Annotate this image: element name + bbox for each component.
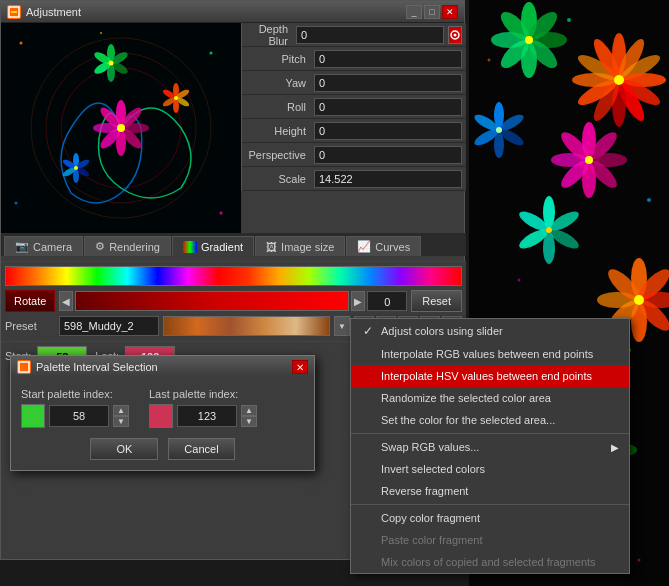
- roll-label: Roll: [246, 101, 314, 113]
- svg-point-143: [21, 364, 27, 370]
- menu-label-mix: Mix colors of copied and selected fragme…: [381, 556, 596, 568]
- menu-item-reverse[interactable]: Reverse fragment: [351, 480, 629, 502]
- slider-track[interactable]: [75, 291, 349, 311]
- start-color-box[interactable]: [21, 404, 45, 428]
- gradient-bar[interactable]: [5, 266, 462, 286]
- palette-title-bar: Palette Interval Selection ✕: [11, 356, 314, 378]
- slider-container: ◀ ▶ 0: [59, 291, 407, 311]
- svg-point-81: [518, 279, 521, 282]
- start-spinner-down[interactable]: ▼: [113, 416, 129, 427]
- palette-body: Start palette index: ▲ ▼ Last palette in…: [11, 378, 314, 470]
- menu-item-copy[interactable]: Copy color fragment: [351, 507, 629, 529]
- slider-left-arrow[interactable]: ◀: [59, 291, 73, 311]
- rotate-button[interactable]: Rotate: [5, 290, 55, 312]
- menu-item-randomize[interactable]: Randomize the selected color area: [351, 387, 629, 409]
- preset-dropdown[interactable]: ▼: [334, 316, 350, 336]
- tab-rendering-label: Rendering: [109, 241, 160, 253]
- yaw-label: Yaw: [246, 77, 314, 89]
- start-palette-row: ▲ ▼: [21, 404, 129, 428]
- tab-camera[interactable]: 📷 Camera: [4, 236, 83, 256]
- svg-point-9: [525, 36, 533, 44]
- tab-rendering[interactable]: ⚙ Rendering: [84, 236, 171, 256]
- tab-image-size[interactable]: 🖼 Image size: [255, 236, 345, 256]
- menu-check-adjust: ✓: [361, 324, 375, 338]
- last-palette-row: ▲ ▼: [149, 404, 257, 428]
- scale-input[interactable]: [314, 170, 462, 188]
- gradient-icon: [183, 240, 197, 253]
- title-buttons: _ □ ✕: [406, 5, 458, 19]
- svg-point-54: [634, 295, 644, 305]
- palette-buttons: OK Cancel: [21, 438, 304, 460]
- minimize-button[interactable]: _: [406, 5, 422, 19]
- context-menu: ✓ Adjust colors using slider Interpolate…: [350, 318, 630, 574]
- svg-point-121: [109, 61, 114, 66]
- last-spinner-up[interactable]: ▲: [241, 405, 257, 416]
- controls-row: Rotate ◀ ▶ 0 Reset: [5, 290, 462, 312]
- ok-button[interactable]: OK: [90, 438, 158, 460]
- rendering-icon: ⚙: [95, 240, 105, 253]
- start-spinner-up[interactable]: ▲: [113, 405, 129, 416]
- depth-blur-icon[interactable]: [448, 26, 462, 44]
- roll-input[interactable]: [314, 98, 462, 116]
- palette-close-button[interactable]: ✕: [292, 360, 308, 374]
- close-button[interactable]: ✕: [442, 5, 458, 19]
- yaw-input[interactable]: [314, 74, 462, 92]
- menu-item-interpolate-rgb[interactable]: Interpolate RGB values between end point…: [351, 343, 629, 365]
- menu-item-interpolate-hsv[interactable]: Interpolate HSV values between end point…: [351, 365, 629, 387]
- menu-label-set-color: Set the color for the selected area...: [381, 414, 555, 426]
- perspective-label: Perspective: [246, 149, 314, 161]
- last-palette-label: Last palette index:: [149, 388, 257, 400]
- last-spinner-down[interactable]: ▼: [241, 416, 257, 427]
- start-palette-input[interactable]: [49, 405, 109, 427]
- slider-right-arrow[interactable]: ▶: [351, 291, 365, 311]
- svg-point-114: [117, 124, 125, 132]
- fractal-preview-svg: [1, 23, 241, 233]
- reset-button[interactable]: Reset: [411, 290, 462, 312]
- start-spinner-btns: ▲ ▼: [113, 405, 129, 427]
- svg-point-122: [20, 42, 23, 45]
- depth-blur-label: Depth Blur: [246, 23, 296, 47]
- tab-gradient[interactable]: Gradient: [172, 236, 254, 256]
- perspective-input[interactable]: [314, 146, 462, 164]
- title-bar: Adjustment _ □ ✕: [1, 1, 464, 23]
- svg-point-78: [567, 18, 571, 22]
- menu-item-adjust-slider[interactable]: ✓ Adjust colors using slider: [351, 319, 629, 343]
- menu-item-paste: Paste color fragment: [351, 529, 629, 551]
- svg-point-80: [647, 198, 651, 202]
- menu-item-mix: Mix colors of copied and selected fragme…: [351, 551, 629, 573]
- adjustment-icon: [7, 5, 21, 19]
- camera-icon: 📷: [15, 240, 29, 253]
- palette-title-icon: [17, 360, 31, 374]
- preset-name-input[interactable]: [59, 316, 159, 336]
- last-color-box[interactable]: [149, 404, 173, 428]
- last-palette-input[interactable]: [177, 405, 237, 427]
- menu-item-swap-rgb[interactable]: Swap RGB values... ▶: [351, 436, 629, 458]
- curves-icon: 📈: [357, 240, 371, 253]
- preset-label: Preset: [5, 320, 55, 332]
- menu-separator-1: [351, 433, 629, 434]
- menu-item-set-color[interactable]: Set the color for the selected area...: [351, 409, 629, 431]
- last-spinner: [177, 405, 237, 427]
- image-size-icon: 🖼: [266, 241, 277, 253]
- svg-point-123: [210, 52, 213, 55]
- pitch-row: Pitch: [242, 47, 466, 71]
- maximize-button[interactable]: □: [424, 5, 440, 19]
- tab-curves[interactable]: 📈 Curves: [346, 236, 421, 256]
- palette-dialog-title: Palette Interval Selection: [36, 361, 158, 373]
- last-spinner-btns: ▲ ▼: [241, 405, 257, 427]
- menu-label-copy: Copy color fragment: [381, 512, 480, 524]
- depth-blur-input[interactable]: [296, 26, 444, 44]
- menu-item-invert[interactable]: Invert selected colors: [351, 458, 629, 480]
- depth-blur-row: Depth Blur: [242, 23, 466, 47]
- height-input[interactable]: [314, 122, 462, 140]
- menu-separator-2: [351, 504, 629, 505]
- menu-label-randomize: Randomize the selected color area: [381, 392, 551, 404]
- height-row: Height: [242, 119, 466, 143]
- window-title: Adjustment: [26, 6, 81, 18]
- palette-dialog: Palette Interval Selection ✕ Start palet…: [10, 355, 315, 471]
- pitch-label: Pitch: [246, 53, 314, 65]
- pitch-input[interactable]: [314, 50, 462, 68]
- cancel-button[interactable]: Cancel: [168, 438, 234, 460]
- svg-point-98: [174, 96, 178, 100]
- menu-label-adjust-slider: Adjust colors using slider: [381, 325, 503, 337]
